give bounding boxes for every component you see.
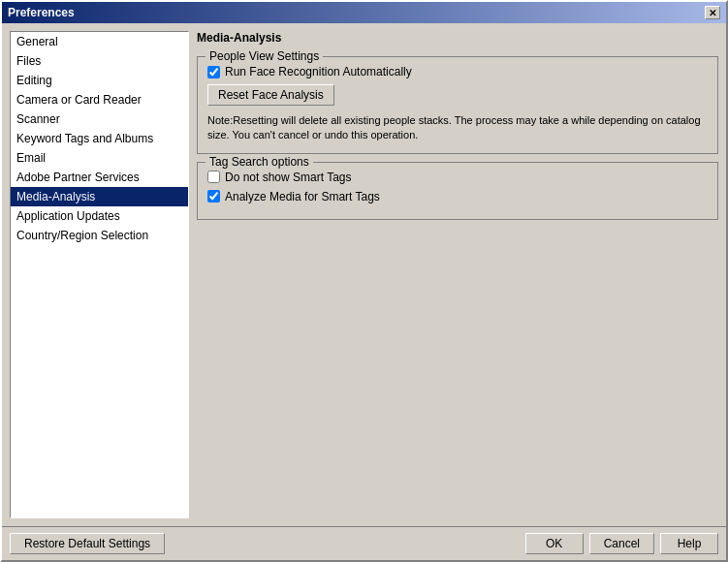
main-panel: Media-Analysis People View Settings Run … xyxy=(197,31,718,518)
ok-button[interactable]: OK xyxy=(525,533,584,554)
bottom-bar: Restore Default Settings OK Cancel Help xyxy=(2,526,726,560)
sidebar-item-email[interactable]: Email xyxy=(11,148,188,168)
analyze-media-checkbox[interactable] xyxy=(207,190,220,203)
title-bar: Preferences ✕ xyxy=(2,2,726,23)
bottom-buttons: OK Cancel Help xyxy=(525,533,718,554)
run-face-checkbox[interactable] xyxy=(207,66,220,78)
people-view-title: People View Settings xyxy=(206,49,323,63)
sidebar-item-editing[interactable]: Editing xyxy=(11,71,188,90)
sidebar-item-general[interactable]: General xyxy=(11,32,188,51)
no-smart-tags-checkbox[interactable] xyxy=(207,171,220,183)
reset-face-button[interactable]: Reset Face Analysis xyxy=(207,84,334,106)
content-area: GeneralFilesEditingCamera or Card Reader… xyxy=(2,23,726,526)
cancel-button[interactable]: Cancel xyxy=(589,533,654,554)
sidebar-item-scanner[interactable]: Scanner xyxy=(11,109,188,129)
preferences-window: Preferences ✕ GeneralFilesEditingCamera … xyxy=(0,0,728,562)
tag-search-title: Tag Search options xyxy=(206,155,313,169)
sidebar-item-files[interactable]: Files xyxy=(11,51,188,71)
no-smart-tags-label: Do not show Smart Tags xyxy=(225,171,352,184)
sidebar: GeneralFilesEditingCamera or Card Reader… xyxy=(10,31,189,518)
section-title: Media-Analysis xyxy=(197,31,718,45)
people-view-group: People View Settings Run Face Recognitio… xyxy=(197,56,718,154)
sidebar-item-media-analysis[interactable]: Media-Analysis xyxy=(11,187,188,206)
note-text: Note:Resetting will delete all existing … xyxy=(207,113,708,143)
sidebar-item-keyword-tags[interactable]: Keyword Tags and Albums xyxy=(11,129,188,148)
close-button[interactable]: ✕ xyxy=(705,6,720,19)
run-face-label: Run Face Recognition Automatically xyxy=(225,65,412,78)
sidebar-item-app-updates[interactable]: Application Updates xyxy=(11,206,188,226)
no-smart-tags-row: Do not show Smart Tags xyxy=(207,171,708,184)
restore-defaults-button[interactable]: Restore Default Settings xyxy=(10,533,165,554)
analyze-media-row: Analyze Media for Smart Tags xyxy=(207,190,708,203)
run-face-row: Run Face Recognition Automatically xyxy=(207,65,708,78)
window-title: Preferences xyxy=(8,6,75,19)
analyze-media-label: Analyze Media for Smart Tags xyxy=(225,190,380,203)
sidebar-item-camera[interactable]: Camera or Card Reader xyxy=(11,90,188,109)
help-button[interactable]: Help xyxy=(660,533,718,554)
sidebar-item-adobe-partner[interactable]: Adobe Partner Services xyxy=(11,168,188,187)
sidebar-item-country-region[interactable]: Country/Region Selection xyxy=(11,226,188,245)
tag-search-group: Tag Search options Do not show Smart Tag… xyxy=(197,162,718,220)
